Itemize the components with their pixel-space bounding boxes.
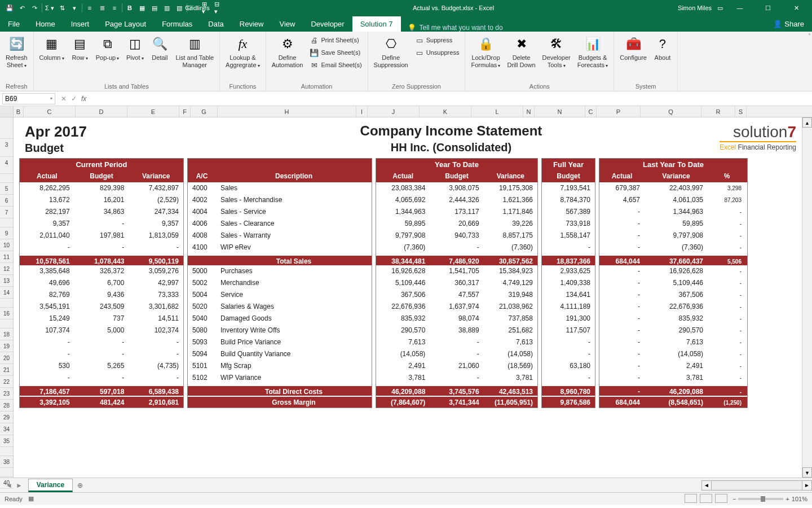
detail-button[interactable]: 🔍Detail	[147, 33, 172, 64]
developer-button[interactable]: 🛠Developer Tools	[539, 33, 574, 71]
row-header[interactable]	[0, 299, 13, 308]
row-header[interactable]	[0, 174, 13, 183]
align-center-icon[interactable]: ≣	[97, 3, 107, 13]
row-header[interactable]: 20	[0, 352, 13, 364]
vertical-scrollbar[interactable]: ▲ ▼	[802, 117, 812, 478]
row-header[interactable]: 34	[0, 423, 13, 435]
tab-solution-7[interactable]: Solution 7	[352, 16, 401, 32]
row-header[interactable]: 9	[0, 227, 13, 239]
row-header[interactable]: 21	[0, 364, 13, 376]
minimize-button[interactable]: —	[729, 5, 751, 11]
page-layout-view-icon[interactable]	[700, 494, 712, 503]
filter-icon[interactable]: ▾	[69, 3, 80, 13]
row-header[interactable]: 28	[0, 400, 13, 411]
tell-me[interactable]: 💡 Tell me what you want to do	[408, 24, 503, 32]
row-header[interactable]: 6	[0, 195, 13, 207]
scroll-right-icon[interactable]: ►	[802, 480, 812, 491]
budgets---button[interactable]: 📊Budgets & Forecasts	[574, 33, 612, 71]
col-header[interactable]: H	[218, 106, 356, 117]
add-sheet-button[interactable]: ⊕	[73, 481, 87, 489]
align-left-icon[interactable]: ≡	[85, 3, 95, 13]
row-header[interactable]: 23	[0, 388, 13, 400]
list-and-table-button[interactable]: ▥List and Table Manager	[172, 33, 217, 71]
fx-icon[interactable]: fx	[81, 95, 86, 103]
scroll-down-icon[interactable]: ▼	[802, 467, 812, 478]
align-right-icon[interactable]: ≡	[109, 3, 120, 13]
cancel-icon[interactable]: ✕	[61, 95, 67, 103]
col-header[interactable]: E	[127, 106, 179, 117]
pivot-button[interactable]: ◫Pivot	[122, 33, 147, 64]
col-header[interactable]: K	[420, 106, 471, 117]
user-name[interactable]: Simon Miles	[678, 5, 712, 11]
merge-icon[interactable]: ⊞ ▾	[202, 3, 212, 13]
collapse-ribbon-icon[interactable]: ˄	[808, 33, 811, 39]
col-header[interactable]: N	[523, 106, 535, 117]
tab-page-layout[interactable]: Page Layout	[97, 16, 154, 32]
tab-file[interactable]: File	[0, 16, 28, 32]
row-header[interactable]: 29	[0, 411, 13, 423]
row-header[interactable]: 13	[0, 275, 13, 287]
tab-review[interactable]: Review	[232, 16, 272, 32]
column-button[interactable]: ▦Column	[36, 33, 68, 64]
save-icon[interactable]: 💾	[5, 3, 15, 13]
ribbon-options-icon[interactable]: ▭	[717, 5, 723, 12]
email-sheet-s--button[interactable]: ✉Email Sheet(s)	[308, 59, 363, 71]
sheet-tab-variance[interactable]: Variance	[28, 479, 73, 492]
delete-button[interactable]: ✖Delete Drill Down	[504, 33, 539, 71]
tab-prev-icon[interactable]: ◄	[6, 481, 12, 489]
bold-icon[interactable]: B	[125, 3, 135, 13]
gridlines-checkbox[interactable]: ☐ Gridlines	[189, 3, 200, 13]
tab-developer[interactable]: Developer	[303, 16, 352, 32]
row-header[interactable]: 38	[0, 456, 13, 468]
row-header[interactable]	[0, 447, 13, 456]
tab-next-icon[interactable]: ►	[16, 481, 23, 489]
page-break-view-icon[interactable]	[715, 494, 727, 503]
tab-formulas[interactable]: Formulas	[154, 16, 200, 32]
scroll-up-icon[interactable]: ▲	[802, 117, 812, 128]
row-header[interactable]: 3	[0, 139, 13, 157]
refresh-button[interactable]: 🔄Refresh Sheet	[2, 33, 31, 71]
lookup---button[interactable]: fxLookup & Aggregrate	[222, 33, 263, 71]
horizontal-scrollbar[interactable]: ◄ ►	[701, 480, 812, 491]
row-header[interactable]: 18	[0, 329, 13, 340]
maximize-button[interactable]: ☐	[757, 5, 779, 12]
col-header[interactable]: Q	[641, 106, 701, 117]
worksheet[interactable]: Apr 2017 Budget Company Income Statement…	[14, 117, 802, 478]
row-header[interactable]: 12	[0, 263, 13, 275]
save-sheet-s--button[interactable]: 💾Save Sheet(s)	[308, 46, 363, 59]
define-button[interactable]: ⎔Define Suppression	[370, 33, 412, 71]
border-icon[interactable]: ▧	[174, 3, 184, 13]
row-header[interactable]: 4	[0, 157, 13, 174]
scroll-left-icon[interactable]: ◄	[701, 480, 712, 491]
redo-icon[interactable]: ↷	[29, 3, 39, 13]
tab-view[interactable]: View	[271, 16, 303, 32]
row-header[interactable]	[0, 468, 13, 477]
define-button[interactable]: ⚙Define Automation	[268, 33, 307, 71]
unsuppress-button[interactable]: ▭Unsuppress	[414, 46, 461, 59]
suppress-button[interactable]: ▭Suppress	[414, 34, 461, 46]
normal-view-icon[interactable]	[685, 494, 697, 503]
tab-data[interactable]: Data	[200, 16, 231, 32]
share-button[interactable]: 👤 Share	[765, 16, 812, 32]
row-header[interactable]	[0, 218, 13, 227]
row-header[interactable]: 16	[0, 308, 13, 319]
row-header[interactable]: 14	[0, 287, 13, 299]
print-sheet-s--button[interactable]: 🖨Print Sheet(s)	[308, 34, 363, 46]
row-header[interactable]: 7	[0, 207, 13, 218]
zoom-in-icon[interactable]: +	[785, 496, 789, 502]
col-header[interactable]: G	[191, 106, 218, 117]
zoom-level[interactable]: 101%	[792, 496, 807, 502]
row-header[interactable]: 10	[0, 239, 13, 251]
name-box[interactable]: B69▾	[2, 93, 55, 104]
zoom-out-icon[interactable]: −	[732, 496, 736, 502]
col-header[interactable]: S	[735, 106, 747, 117]
zoom-slider[interactable]: − + 101%	[732, 496, 807, 502]
tab-home[interactable]: Home	[28, 16, 63, 32]
close-button[interactable]: ✕	[785, 5, 807, 12]
row-header[interactable]	[0, 319, 13, 329]
col-header[interactable]: I	[356, 106, 368, 117]
border-icon[interactable]: ▦	[137, 3, 147, 13]
border-icon[interactable]: ▥	[162, 3, 172, 13]
row-header[interactable]: 11	[0, 251, 13, 263]
border-icon[interactable]: ▤	[149, 3, 160, 13]
